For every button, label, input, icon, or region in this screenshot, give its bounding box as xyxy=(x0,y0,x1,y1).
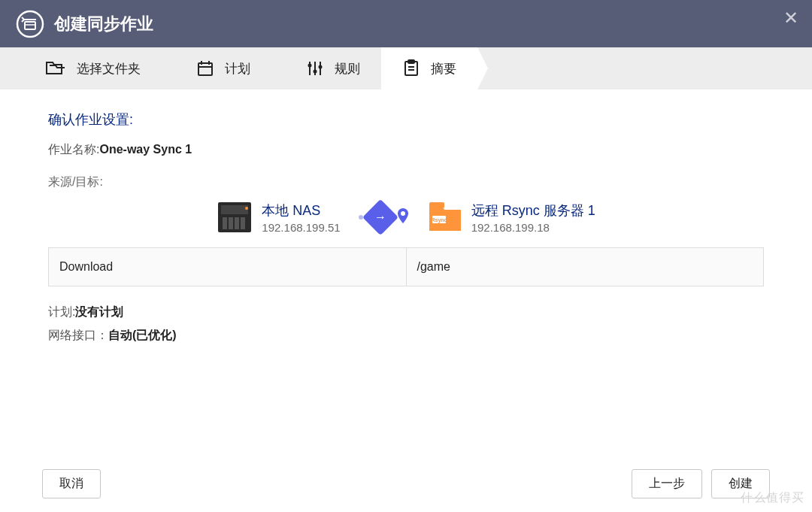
svg-rect-18 xyxy=(221,205,248,214)
create-button[interactable]: 创建 xyxy=(711,469,770,498)
svg-point-12 xyxy=(319,65,323,69)
step-select-folder[interactable]: 选择文件夹 xyxy=(24,47,162,89)
svg-rect-19 xyxy=(223,217,227,229)
svg-rect-21 xyxy=(235,217,239,229)
target-endpoint: Rsync 远程 Rsync 服务器 1 192.168.199.18 xyxy=(426,201,595,234)
calendar-icon xyxy=(196,59,214,77)
cancel-button[interactable]: 取消 xyxy=(42,469,101,498)
svg-point-10 xyxy=(308,64,312,68)
step-schedule[interactable]: 计划 xyxy=(175,47,271,89)
source-target-label: 来源/目标: xyxy=(48,174,764,190)
endpoints-row: 本地 NAS 192.168.199.51 → Rsync 远程 Rsync 服… xyxy=(48,201,764,234)
interface-value: 自动(已优化) xyxy=(108,329,177,341)
arrow-icon: → xyxy=(362,199,398,235)
titlebar-title: 创建同步作业 xyxy=(54,13,153,35)
step-label: 选择文件夹 xyxy=(77,60,141,77)
svg-text:Rsync: Rsync xyxy=(431,217,447,223)
content-area: 确认作业设置: 作业名称:One-way Sync 1 来源/目标: 本地 NA… xyxy=(0,89,812,344)
sync-icon xyxy=(15,9,45,39)
svg-rect-20 xyxy=(229,217,233,229)
svg-rect-3 xyxy=(198,63,212,75)
folder-icon xyxy=(45,59,66,77)
previous-button[interactable]: 上一步 xyxy=(632,469,702,498)
job-name-line: 作业名称:One-way Sync 1 xyxy=(48,142,764,158)
summary-icon xyxy=(402,59,420,77)
job-name-label: 作业名称: xyxy=(48,143,99,156)
source-endpoint: 本地 NAS 192.168.199.51 xyxy=(217,201,340,234)
section-title: 确认作业设置: xyxy=(48,111,764,129)
step-summary[interactable]: 摘要 xyxy=(381,47,477,89)
step-label: 摘要 xyxy=(431,60,456,77)
schedule-line: 计划:没有计划 xyxy=(48,304,764,320)
svg-point-23 xyxy=(245,207,248,210)
target-ip: 192.168.199.18 xyxy=(471,221,595,234)
interface-label: 网络接口： xyxy=(48,329,108,341)
schedule-value: 没有计划 xyxy=(75,305,123,318)
dot-icon xyxy=(359,215,363,220)
interface-line: 网络接口：自动(已优化) xyxy=(48,328,764,344)
svg-point-24 xyxy=(401,211,405,216)
job-name-value: One-way Sync 1 xyxy=(99,143,192,156)
source-ip: 192.168.199.51 xyxy=(262,221,340,234)
svg-point-0 xyxy=(17,11,43,37)
target-name: 远程 Rsync 服务器 1 xyxy=(471,201,595,220)
titlebar: 创建同步作业 ✕ xyxy=(0,0,812,47)
footer: 取消 上一步 创建 xyxy=(0,469,812,498)
step-rules[interactable]: 规则 xyxy=(285,47,381,89)
nas-icon xyxy=(217,201,253,234)
schedule-label: 计划: xyxy=(48,305,75,318)
sliders-icon xyxy=(306,59,324,77)
svg-rect-1 xyxy=(25,22,35,29)
svg-rect-25 xyxy=(429,202,444,208)
target-path: /game xyxy=(406,248,764,286)
step-label: 计划 xyxy=(225,60,250,77)
svg-point-11 xyxy=(314,70,317,74)
rsync-server-icon: Rsync xyxy=(426,201,462,234)
step-label: 规则 xyxy=(335,60,360,77)
source-path: Download xyxy=(49,248,406,286)
close-icon[interactable]: ✕ xyxy=(783,8,798,29)
direction-arrow: → xyxy=(359,204,408,230)
path-table: Download /game xyxy=(48,247,764,286)
source-name: 本地 NAS xyxy=(262,201,340,220)
svg-rect-22 xyxy=(241,217,245,229)
location-pin-icon xyxy=(398,208,408,227)
step-bar: 选择文件夹 计划 规则 摘要 xyxy=(0,47,812,89)
